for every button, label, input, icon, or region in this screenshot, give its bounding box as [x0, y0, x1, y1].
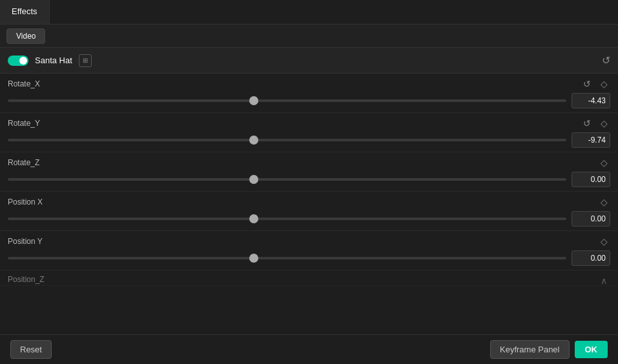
- slider-thumb-rotate_z[interactable]: [249, 175, 258, 184]
- slider-top-position_x: Position X ◇: [8, 196, 610, 208]
- slider-bottom-position_y: 0.00: [8, 250, 610, 266]
- ok-button[interactable]: OK: [575, 341, 608, 358]
- bottom-right-actions: Keyframe Panel OK: [490, 340, 608, 359]
- slider-thumb-rotate_y[interactable]: [249, 136, 258, 145]
- slider-top-position_y: Position Y ◇: [8, 235, 610, 248]
- slider-label-rotate_x: Rotate_X: [8, 79, 59, 88]
- slider-value-rotate_x[interactable]: -4.43: [572, 93, 610, 108]
- reset-icon-rotate_y[interactable]: ↺: [581, 117, 593, 130]
- slider-value-position_x[interactable]: 0.00: [572, 211, 610, 227]
- sliders-area: Rotate_X ↺◇ -4.43 Rotate_Y ↺◇: [0, 74, 618, 270]
- slider-row-rotate_z: Rotate_Z ◇ 0.00: [0, 152, 618, 192]
- slider-actions-rotate_z: ◇: [597, 156, 610, 169]
- effect-name: Santa Hat: [35, 56, 72, 65]
- slider-track-position_x[interactable]: [8, 217, 566, 220]
- partial-row: Position_Z ∧: [0, 270, 618, 286]
- tab-video-label: Video: [16, 32, 36, 41]
- tab-effects-label: Effects: [12, 6, 37, 16]
- slider-row-position_x: Position X ◇ 0.00: [0, 192, 618, 231]
- slider-top-rotate_x: Rotate_X ↺◇: [8, 77, 610, 90]
- diamond-icon-position_y[interactable]: ◇: [597, 235, 610, 248]
- slider-label-position_y: Position Y: [8, 237, 59, 246]
- effect-header: Santa Hat ⊞ ↺: [0, 48, 618, 74]
- slider-track-rotate_z[interactable]: [8, 178, 566, 181]
- slider-thumb-rotate_x[interactable]: [249, 96, 258, 105]
- reset-icon-rotate_x[interactable]: ↺: [581, 77, 593, 90]
- slider-actions-position_y: ◇: [597, 235, 610, 248]
- slider-bottom-position_x: 0.00: [8, 211, 610, 227]
- slider-track-rotate_y[interactable]: [8, 139, 566, 141]
- slider-top-rotate_z: Rotate_Z ◇: [8, 156, 610, 169]
- bottom-bar: Reset Keyframe Panel OK: [0, 334, 618, 364]
- diamond-icon-rotate_z[interactable]: ◇: [597, 156, 610, 169]
- chevron-up-icon[interactable]: ∧: [597, 274, 610, 286]
- partial-row-label: Position_Z: [8, 275, 45, 284]
- slider-track-rotate_x[interactable]: [8, 99, 566, 102]
- diamond-icon-rotate_x[interactable]: ◇: [597, 77, 610, 90]
- secondary-tab-bar: Video: [0, 25, 618, 48]
- reset-button[interactable]: Reset: [10, 340, 52, 359]
- slider-actions-position_x: ◇: [597, 196, 610, 208]
- effect-grid-icon[interactable]: ⊞: [79, 54, 92, 67]
- slider-track-position_y[interactable]: [8, 257, 566, 259]
- diamond-icon-position_x[interactable]: ◇: [597, 196, 610, 208]
- effect-toggle[interactable]: [8, 56, 28, 66]
- slider-thumb-position_y[interactable]: [249, 254, 258, 263]
- slider-thumb-position_x[interactable]: [249, 214, 258, 223]
- slider-label-rotate_y: Rotate_Y: [8, 119, 59, 128]
- slider-row-rotate_y: Rotate_Y ↺◇ -9.74: [0, 113, 618, 152]
- tab-effects[interactable]: Effects: [0, 0, 50, 24]
- slider-bottom-rotate_z: 0.00: [8, 172, 610, 187]
- slider-value-rotate_z[interactable]: 0.00: [572, 172, 610, 187]
- slider-label-rotate_z: Rotate_Z: [8, 158, 59, 167]
- tab-video[interactable]: Video: [6, 28, 45, 44]
- partial-row-actions: ∧: [597, 274, 610, 286]
- slider-value-position_y[interactable]: 0.00: [572, 250, 610, 266]
- slider-actions-rotate_y: ↺◇: [581, 117, 610, 130]
- primary-tab-bar: Effects: [0, 0, 618, 25]
- slider-value-rotate_y[interactable]: -9.74: [572, 132, 610, 148]
- slider-row-rotate_x: Rotate_X ↺◇ -4.43: [0, 74, 618, 113]
- keyframe-panel-button[interactable]: Keyframe Panel: [490, 340, 570, 359]
- effect-reset-icon[interactable]: ↺: [602, 54, 610, 66]
- slider-row-position_y: Position Y ◇ 0.00: [0, 231, 618, 270]
- slider-label-position_x: Position X: [8, 197, 59, 207]
- slider-top-rotate_y: Rotate_Y ↺◇: [8, 117, 610, 130]
- diamond-icon-rotate_y[interactable]: ◇: [597, 117, 610, 130]
- slider-actions-rotate_x: ↺◇: [581, 77, 610, 90]
- slider-bottom-rotate_x: -4.43: [8, 93, 610, 108]
- slider-bottom-rotate_y: -9.74: [8, 132, 610, 148]
